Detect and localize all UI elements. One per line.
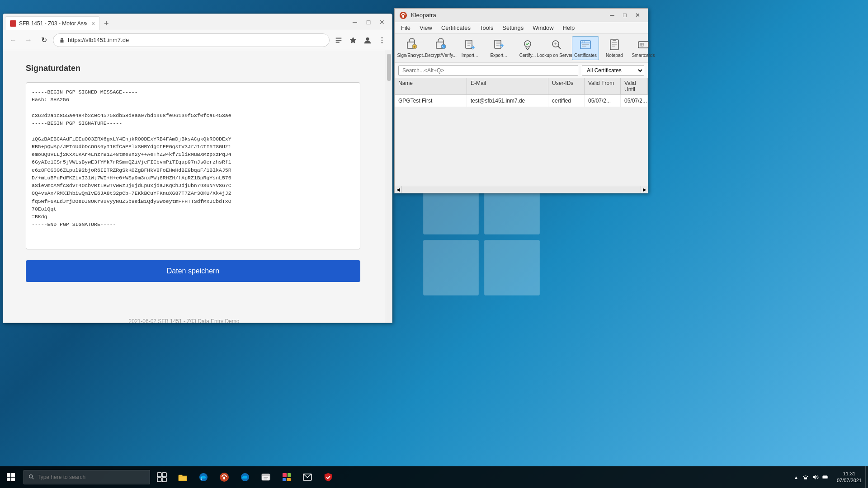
start-icon (6, 473, 15, 482)
search-input[interactable] (398, 65, 578, 76)
svg-point-5 (366, 37, 369, 40)
refresh-button[interactable]: ↻ (38, 34, 50, 47)
edge-second-button[interactable] (235, 466, 255, 488)
browser-toolbar: ← → ↻ https://sfb1451.inm7.de (3, 30, 392, 50)
battery-tray-icon[interactable] (821, 473, 830, 481)
signature-textarea[interactable]: -----BEGIN PGP SIGNED MESSAGE----- Hash:… (26, 82, 360, 249)
scroll-track[interactable] (402, 186, 641, 193)
kleopatra-minimize-button[interactable]: ─ (606, 10, 618, 20)
taskbar: ▲ 11:31 07/07/ (0, 466, 868, 488)
notepad-button[interactable]: Notepad (601, 37, 628, 60)
col-valid-from[interactable]: Valid From (585, 78, 621, 94)
kleopatra-maximize-button[interactable]: □ (619, 10, 631, 20)
export-button[interactable]: Export... (485, 37, 512, 60)
decrypt-verify-icon (434, 38, 447, 51)
col-email[interactable]: E-Mail (467, 78, 548, 94)
sign-encrypt-button[interactable]: Sign/Encrypt... (398, 37, 425, 60)
browser-tabs: SFB 1451 - Z03 - Motor Assessm... × + (5, 14, 349, 30)
certificates-table: Name E-Mail User-IDs Valid From Valid Un… (395, 78, 648, 193)
menu-file[interactable]: File (396, 22, 415, 34)
cell-valid-from: 05/07/2... (585, 95, 621, 107)
taskbar-search-box[interactable] (24, 470, 150, 484)
shield-button[interactable] (318, 466, 338, 488)
page-title: Signaturdaten (26, 64, 342, 73)
taskbar-clock[interactable]: 11:31 07/07/2021 (833, 470, 865, 484)
more-button[interactable] (376, 34, 388, 47)
lookup-server-button[interactable]: Lookup on Server... (543, 37, 570, 60)
taskbar-search-input[interactable] (38, 474, 145, 480)
scroll-thumb[interactable] (387, 54, 391, 81)
certificates-button[interactable]: Certificates (572, 36, 599, 60)
forward-button[interactable]: → (22, 34, 35, 47)
import-button[interactable]: Import... (456, 37, 483, 60)
start-button[interactable] (0, 466, 22, 488)
mail-button[interactable] (297, 466, 317, 488)
svg-rect-34 (7, 473, 10, 477)
volume-tray-icon[interactable] (811, 473, 820, 481)
tray-expand-button[interactable]: ▲ (793, 474, 800, 481)
browser-minimize-button[interactable]: ─ (349, 17, 361, 28)
decrypt-verify-button[interactable]: Decrypt/Verify... (427, 37, 454, 60)
volume-icon (812, 474, 819, 480)
scroll-left-button[interactable]: ◀ (395, 186, 402, 193)
file-manager-button[interactable] (256, 466, 276, 488)
cell-valid-until: 05/07/2... 9113 B40C 4C58 4... (621, 95, 648, 107)
menu-tools[interactable]: Tools (475, 22, 498, 34)
svg-rect-10 (402, 15, 404, 18)
system-tray: ▲ (789, 473, 833, 481)
kleopatra-taskbar-button[interactable] (214, 466, 234, 488)
address-bar[interactable]: https://sfb1451.inm7.de (53, 33, 330, 47)
cell-email: test@sfb1451.inm7.de (467, 95, 548, 107)
menu-settings[interactable]: Settings (498, 22, 528, 34)
browser-maximize-button[interactable]: □ (362, 17, 375, 28)
save-button[interactable]: Daten speichern (26, 260, 360, 282)
store-button[interactable] (277, 466, 297, 488)
menu-help[interactable]: Help (558, 22, 580, 34)
scroll-right-button[interactable]: ▶ (641, 186, 648, 193)
export-icon (492, 38, 505, 51)
kleopatra-menubar: File View Certificates Tools Settings Wi… (395, 22, 648, 34)
svg-rect-41 (162, 473, 166, 477)
export-label: Export... (490, 53, 507, 58)
clock-time: 11:31 (843, 470, 856, 477)
notepad-label: Notepad (606, 53, 623, 58)
valid-until-text: 05/07/2... (624, 98, 647, 104)
svg-rect-30 (638, 42, 648, 48)
task-view-button[interactable] (152, 466, 172, 488)
menu-window[interactable]: Window (528, 22, 558, 34)
tab-close-button[interactable]: × (91, 20, 95, 27)
clock-date: 07/07/2021 (837, 477, 862, 484)
new-tab-button[interactable]: + (100, 17, 113, 30)
col-userid[interactable]: User-IDs (548, 78, 585, 94)
page-footer: 2021-06-02 SFB 1451 - Z03 Data Entry Dem… (26, 318, 342, 323)
file-explorer-button[interactable] (173, 466, 193, 488)
kleopatra-window-controls: ─ □ ✕ (606, 10, 643, 20)
browser-close-button[interactable]: ✕ (376, 17, 388, 28)
browser-titlebar: SFB 1451 - Z03 - Motor Assessm... × + ─ … (3, 14, 392, 30)
profile-button[interactable] (361, 34, 374, 47)
collections-button[interactable] (332, 34, 345, 47)
certificate-filter-select[interactable]: All Certificates My Certificates Trusted… (582, 65, 644, 76)
menu-certificates[interactable]: Certificates (437, 22, 475, 34)
favorites-button[interactable] (347, 34, 359, 47)
kleopatra-close-button[interactable]: ✕ (632, 10, 643, 20)
network-icon (802, 474, 809, 480)
edge-second-icon (240, 472, 250, 482)
file-explorer-icon (178, 472, 188, 482)
collections-icon (335, 36, 343, 44)
svg-rect-29 (613, 39, 616, 41)
edge-icon (198, 472, 208, 482)
edge-browser-button[interactable] (193, 466, 213, 488)
table-row[interactable]: GPGTest First test@sfb1451.inm7.de certi… (395, 95, 648, 107)
col-name[interactable]: Name (395, 78, 467, 94)
network-tray-icon[interactable] (802, 473, 810, 481)
browser-tab-active[interactable]: SFB 1451 - Z03 - Motor Assessm... × (5, 16, 100, 30)
svg-rect-3 (484, 240, 540, 296)
vertical-scrollbar[interactable] (386, 50, 392, 323)
back-button[interactable]: ← (7, 34, 19, 47)
show-desktop-button[interactable] (865, 466, 868, 488)
col-valid-until[interactable]: Valid Until (621, 78, 648, 94)
menu-view[interactable]: View (415, 22, 437, 34)
smartcards-button[interactable]: Smartcards (630, 37, 657, 60)
horizontal-scrollbar[interactable]: ◀ ▶ (395, 186, 648, 193)
